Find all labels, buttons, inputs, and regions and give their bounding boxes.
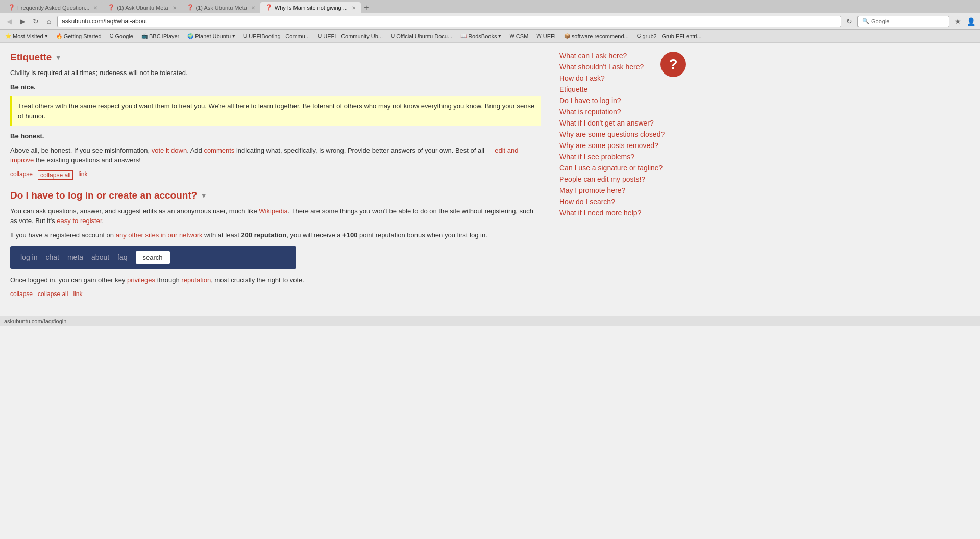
- login-widget: log in chat meta about faq search: [10, 246, 296, 269]
- etiquette-collapse-all-link[interactable]: collapse all: [38, 170, 73, 180]
- login-toggle[interactable]: ▼: [200, 191, 207, 200]
- sidebar-item-more-help: What if I need more help?: [559, 209, 686, 217]
- tab-meta1[interactable]: ❓ (1) Ask Ubuntu Meta ✕: [103, 2, 181, 13]
- uefi-community-icon: U: [318, 33, 322, 39]
- tab-favicon-why: ❓: [265, 4, 273, 11]
- tab-close-meta1[interactable]: ✕: [173, 5, 177, 11]
- etiquette-link-link[interactable]: link: [78, 170, 87, 180]
- network-link[interactable]: any other sites in our network: [116, 231, 203, 239]
- etiquette-toggle[interactable]: ▼: [55, 53, 62, 61]
- back-button[interactable]: ◀: [4, 16, 14, 27]
- refresh-button[interactable]: ↻: [844, 16, 854, 27]
- privileges-link[interactable]: privileges: [127, 276, 155, 284]
- tab-close-meta2[interactable]: ✕: [251, 5, 255, 11]
- sidebar-link-edit-posts[interactable]: People can edit my posts!?: [559, 175, 645, 183]
- tab-meta2[interactable]: ❓ (1) Ask Ubuntu Meta ✕: [182, 2, 260, 13]
- login-para3-end: , most crucially the right to vote.: [211, 276, 304, 284]
- most-visited-icon: ⭐: [5, 33, 11, 39]
- bookmark-software[interactable]: 📦 software recommend...: [562, 33, 631, 40]
- etiquette-action-links: collapse collapse all link: [10, 170, 541, 180]
- honest-text-2: . Add: [187, 146, 204, 154]
- bookmark-uefi2[interactable]: W UEFI: [534, 33, 558, 40]
- sidebar-link-promote[interactable]: May I promote here?: [559, 186, 625, 194]
- sidebar-link-more-help[interactable]: What if I need more help?: [559, 209, 641, 217]
- widget-search-button[interactable]: search: [136, 251, 170, 264]
- browser-chrome: ❓ Frequently Asked Question... ✕ ❓ (1) A…: [0, 0, 980, 43]
- sidebar-link-login[interactable]: Do I have to log in?: [559, 96, 621, 105]
- bookmark-grub2[interactable]: G grub2 - Grub EFI entri...: [635, 33, 704, 40]
- sidebar-link-signature[interactable]: Can I use a signature or tagline?: [559, 164, 663, 172]
- sidebar-link-how-ask[interactable]: How do I ask?: [559, 74, 605, 82]
- bookmark-planet-ubuntu-label: Planet Ubuntu: [195, 33, 231, 39]
- sidebar-link-no-answer[interactable]: What if I don't get an answer?: [559, 119, 654, 127]
- sidebar-link-what-ask[interactable]: What can I ask here?: [559, 52, 627, 60]
- etiquette-section: Etiquette ▼ Civility is required at all …: [10, 52, 541, 180]
- etiquette-title-text: Etiquette: [10, 52, 52, 63]
- vote-link[interactable]: vote it down: [152, 146, 187, 154]
- tab-close-why[interactable]: ✕: [352, 5, 356, 11]
- bookmark-uefi-community-label: UEFI - Community Ub...: [323, 33, 383, 39]
- widget-faq-link[interactable]: faq: [117, 252, 127, 263]
- login-link-link[interactable]: link: [73, 290, 82, 298]
- search-engine-label: Google: [871, 18, 889, 24]
- etiquette-body: Civility is required at all times; ruden…: [10, 68, 541, 165]
- account-button[interactable]: 👤: [966, 16, 976, 27]
- sidebar-item-reputation: What is reputation?: [559, 108, 686, 116]
- comments-link[interactable]: comments: [204, 146, 234, 154]
- widget-about-link[interactable]: about: [91, 252, 109, 263]
- new-tab-button[interactable]: +: [361, 2, 372, 13]
- search-bar-container: 🔍 Google: [857, 16, 949, 27]
- bookmark-uefibooting[interactable]: U UEFIBooting - Commu...: [241, 33, 312, 40]
- sidebar-link-removed[interactable]: Why are some posts removed?: [559, 141, 658, 150]
- reload-button[interactable]: ↻: [31, 16, 41, 27]
- wikipedia-link[interactable]: Wikipedia: [259, 207, 287, 215]
- login-body: You can ask questions, answer, and sugge…: [10, 206, 541, 285]
- bookmark-getting-started[interactable]: 🔥 Getting Started: [54, 33, 104, 40]
- bookmark-planet-ubuntu[interactable]: 🌍 Planet Ubuntu ▾: [185, 32, 237, 40]
- sidebar-link-what-not-ask[interactable]: What shouldn't I ask here?: [559, 63, 644, 71]
- sidebar-link-problems[interactable]: What if I see problems?: [559, 153, 634, 161]
- login-collapse-all-link[interactable]: collapse all: [38, 290, 68, 298]
- honest-text-4: the existing questions and answers!: [34, 156, 141, 164]
- sidebar-link-search[interactable]: How do I search?: [559, 198, 615, 206]
- url-bar[interactable]: [57, 16, 841, 27]
- sidebar-item-signature: Can I use a signature or tagline?: [559, 164, 686, 172]
- bookmark-csm[interactable]: W CSM: [507, 33, 530, 40]
- sidebar-link-reputation[interactable]: What is reputation?: [559, 108, 621, 116]
- widget-meta-link[interactable]: meta: [67, 252, 83, 263]
- tab-favicon-meta1: ❓: [108, 4, 115, 11]
- login-para1-end: .: [102, 217, 104, 225]
- sidebar-link-etiquette[interactable]: Etiquette: [559, 85, 587, 93]
- bookmark-official-ubuntu[interactable]: U Official Ubuntu Docu...: [389, 33, 454, 40]
- sidebar-item-removed: Why are some posts removed?: [559, 141, 686, 150]
- widget-login-link[interactable]: log in: [20, 252, 37, 263]
- login-collapse-link[interactable]: collapse: [10, 290, 33, 298]
- tab-close-faq[interactable]: ✕: [93, 5, 97, 11]
- site-logo: ?: [660, 52, 686, 77]
- bookmark-button[interactable]: ★: [952, 16, 963, 27]
- bookmark-rodsbooks[interactable]: 📖 RodsBooks ▾: [458, 32, 503, 40]
- bookmark-bbc[interactable]: 📺 BBC iPlayer: [139, 33, 181, 40]
- register-link[interactable]: easy to register: [57, 217, 102, 225]
- widget-chat-link[interactable]: chat: [45, 252, 59, 263]
- sidebar: ? What can I ask here? What shouldn't I …: [551, 43, 694, 316]
- bold-rep: reputation: [252, 231, 286, 239]
- tab-why[interactable]: ❓ Why Is Main site not giving ... ✕: [260, 2, 361, 13]
- bookmark-uefi-community[interactable]: U UEFI - Community Ub...: [316, 33, 385, 40]
- forward-button[interactable]: ▶: [17, 16, 28, 27]
- planet-ubuntu-arrow: ▾: [232, 33, 235, 39]
- login-para1-text: You can ask questions, answer, and sugge…: [10, 207, 259, 215]
- tab-faq[interactable]: ❓ Frequently Asked Question... ✕: [3, 2, 103, 13]
- google-icon: G: [110, 33, 114, 39]
- bookmark-google[interactable]: G Google: [108, 33, 135, 40]
- reputation-link[interactable]: reputation: [181, 276, 211, 284]
- bookmark-getting-started-label: Getting Started: [64, 33, 102, 39]
- bookmark-most-visited[interactable]: ⭐ Most Visited ▾: [3, 32, 50, 40]
- sidebar-item-edit-posts: People can edit my posts!?: [559, 175, 686, 183]
- tab-favicon-faq: ❓: [8, 4, 15, 11]
- sidebar-link-closed[interactable]: Why are some questions closed?: [559, 130, 665, 138]
- login-para2-start: If you have a registered account on: [10, 231, 116, 239]
- home-button[interactable]: ⌂: [44, 16, 54, 27]
- login-para2-mid: with at least: [203, 231, 241, 239]
- etiquette-collapse-link[interactable]: collapse: [10, 170, 33, 180]
